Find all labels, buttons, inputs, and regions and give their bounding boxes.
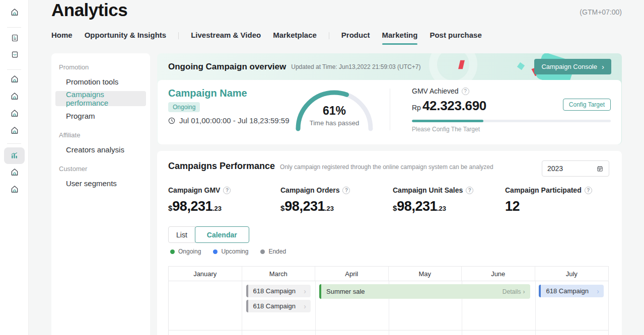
column-divider [535, 281, 536, 330]
chevron-right-icon: › [304, 288, 306, 295]
calendar-body-row [169, 330, 608, 335]
metric-campaign-unit-sales: Campaign Unit Sales? $98,231.23 [393, 186, 505, 214]
campaign-summary-panel: Campaign Name Ongoing Jul 01,00:00:00 - … [158, 80, 621, 144]
metric-campaign-orders: Campaign Orders? $98,231.23 [280, 186, 393, 214]
sidebar-section-affiliate: Affiliate [59, 131, 150, 139]
sidebar-item-creators-analysis[interactable]: Creators analysis [51, 141, 150, 158]
sidebar-item-campaigns-performance[interactable]: Campaigns performance [55, 91, 146, 106]
performance-subtitle: Only campaign registered through the onl… [280, 163, 493, 171]
clock-icon [168, 117, 176, 125]
campaign-bar-ended[interactable]: 618 Campaign › [246, 300, 311, 312]
campaign-bar-ended[interactable]: 618 Campaign › [246, 285, 311, 297]
tab-marketing[interactable]: Marketing [382, 31, 418, 45]
help-icon[interactable]: ? [223, 187, 231, 194]
calendar-body-row: 618 Campaign › 618 Campaign › Summer sal… [169, 281, 608, 330]
sidebar-item-promotion-tools[interactable]: Promotion tools [51, 73, 150, 90]
home-icon[interactable] [10, 7, 20, 17]
analytics-chart-icon[interactable] [4, 147, 25, 164]
overview-updated-time: Updated at Time: Jun13,2022 21:59:03 (UT… [291, 63, 420, 70]
nav-home-icon[interactable] [10, 167, 20, 177]
legend-dot [260, 249, 265, 254]
column-divider [389, 330, 389, 335]
sidebar-item-program[interactable]: Program [51, 107, 150, 124]
campaign-status-badge: Ongoing [168, 102, 200, 112]
tab-opportunity-insights[interactable]: Opportunity & Insights [85, 31, 167, 45]
vertical-divider [390, 89, 390, 130]
chevron-right-icon: › [304, 303, 306, 310]
main-nav-tabs: Home Opportunity & Insights Livestream &… [51, 31, 482, 45]
help-icon[interactable]: ? [462, 88, 469, 95]
performance-title: Campaigns Performance [168, 161, 275, 172]
sidebar-item-user-segments[interactable]: User segments [51, 175, 150, 192]
campaign-bar-ongoing[interactable]: Summer sale Details › [319, 284, 531, 299]
tab-livestream-video[interactable]: Livestream & Video [191, 31, 261, 45]
calendar-icon [596, 165, 604, 173]
bar-status-accent [246, 285, 248, 297]
tab-group-divider [178, 32, 179, 39]
overview-title: Ongoing Campaign overview [168, 62, 286, 72]
month-header: January [169, 267, 242, 281]
view-toggle: List Calendar [168, 226, 249, 243]
rail-divider [7, 143, 21, 144]
campaigns-performance-card: Campaigns Performance Only campaign regi… [157, 151, 622, 335]
checklist-icon[interactable] [10, 49, 20, 59]
year-value: 2023 [547, 164, 563, 173]
column-divider [315, 281, 316, 330]
bar-status-accent [539, 285, 541, 297]
month-header: May [389, 267, 462, 281]
nav-home-icon[interactable] [10, 91, 20, 101]
gauge-label: Time has passed [292, 119, 377, 127]
legend-ended: Ended [260, 248, 286, 255]
metric-campaign-participated: Campaign Participated? 12 [505, 186, 617, 214]
campaign-bar-upcoming[interactable]: 618 Campaign › [539, 285, 604, 297]
gmv-hint: Please Config The Target [412, 126, 611, 133]
bar-status-accent [246, 300, 248, 312]
column-divider [535, 330, 536, 335]
sidebar: Promotion Promotion tools Campaigns perf… [51, 53, 150, 335]
column-divider [462, 330, 462, 335]
gmv-progress-fill [412, 120, 483, 122]
list-view-button[interactable]: List [168, 226, 195, 243]
chevron-right-icon: › [523, 288, 525, 295]
document-icon[interactable] [10, 33, 20, 43]
legend-upcoming: Upcoming [213, 248, 248, 255]
nav-home-icon[interactable] [10, 74, 20, 84]
campaign-name-link[interactable]: Campaign Name [168, 88, 247, 99]
tab-product[interactable]: Product [341, 31, 370, 45]
sidebar-section-customer: Customer [59, 165, 150, 173]
nav-home-icon[interactable] [10, 125, 20, 135]
config-target-button[interactable]: Config Target [563, 99, 611, 111]
tab-post-purchase[interactable]: Post purchase [430, 31, 481, 45]
help-icon[interactable]: ? [342, 187, 350, 194]
help-icon[interactable]: ? [585, 187, 592, 194]
column-divider [242, 281, 242, 330]
bar-status-accent [319, 284, 321, 299]
page-title: Analytics [51, 0, 127, 20]
calendar-header-row: January March April May June July [169, 267, 608, 281]
tab-home[interactable]: Home [51, 31, 73, 45]
gauge-percent: 61% [292, 104, 377, 118]
gmv-achieved-section: GMV Achieved ? Config Target Rp42.323.69… [412, 87, 611, 133]
tab-marketplace[interactable]: Marketplace [273, 31, 317, 45]
nav-home-icon[interactable] [10, 108, 20, 118]
status-legend: Ongoing Upcoming Ended [170, 248, 286, 255]
icon-rail [0, 0, 29, 335]
nav-home-icon[interactable] [10, 184, 20, 194]
details-link[interactable]: Details › [503, 288, 525, 295]
legend-ongoing: Ongoing [170, 248, 201, 255]
year-date-picker[interactable]: 2023 [542, 160, 609, 177]
help-icon[interactable]: ? [466, 187, 473, 194]
column-divider [242, 330, 242, 335]
rail-divider [7, 69, 21, 70]
timezone-label: (GTM+07:00) [580, 8, 622, 16]
gmv-progress-bar [412, 120, 611, 122]
time-passed-gauge: 61% Time has passed [292, 85, 377, 132]
calendar-view-button[interactable]: Calendar [195, 226, 249, 243]
ongoing-campaign-overview-card: Ongoing Campaign overview Updated at Tim… [157, 53, 622, 144]
gmv-label: GMV Achieved [412, 87, 459, 95]
metrics-row: Campaign GMV? $98,231.23 Campaign Orders… [168, 186, 617, 214]
tab-group-divider [329, 32, 329, 39]
campaign-console-button[interactable]: Campaign Console › [534, 59, 611, 74]
chevron-right-icon: › [597, 288, 599, 295]
month-header: June [462, 267, 535, 281]
